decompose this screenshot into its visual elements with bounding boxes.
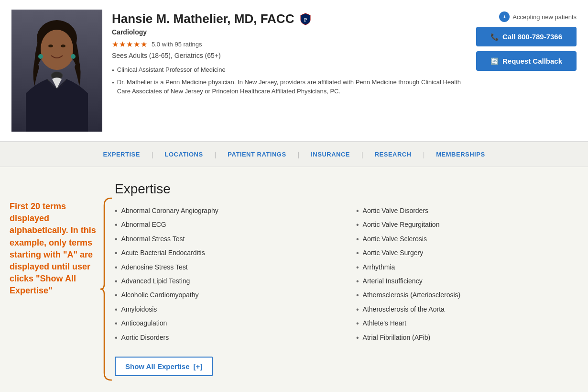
list-item: Abnormal ECG (115, 220, 337, 230)
svg-point-8 (71, 54, 76, 59)
nav-sep-5: | (421, 151, 427, 158)
svg-text:P: P (304, 17, 307, 22)
list-item: Abnormal Stress Test (115, 235, 337, 245)
page-wrapper: Hansie M. Mathelier, MD, FACC P Cardiolo… (0, 0, 588, 391)
profile-info: Hansie M. Mathelier, MD, FACC P Cardiolo… (112, 10, 462, 99)
tab-locations[interactable]: LOCATIONS (155, 142, 213, 167)
penn-shield-icon: P (299, 12, 312, 26)
nav-sep-4: | (359, 151, 365, 158)
callback-button[interactable]: 🔄 Request Callback (476, 51, 577, 71)
callback-icon: 🔄 (490, 57, 499, 65)
list-item: Acute Bacterial Endocarditis (115, 248, 337, 258)
rating-text: 5.0 with 95 ratings (152, 41, 202, 48)
list-item: Arterial Insufficiency (356, 277, 578, 287)
list-item: Anticoagulation (115, 319, 337, 329)
bullet-dot-2: ● (112, 80, 114, 86)
annotation-text: First 20 terms displayed alphabetically.… (10, 201, 105, 297)
bullet-list: ● Clinical Assistant Professor of Medici… (112, 65, 462, 96)
call-button[interactable]: 📞 Call 800-789-7366 (476, 27, 577, 46)
bullet-item-2: ● Dr. Mathelier is a Penn Medicine physi… (112, 78, 462, 96)
list-item: Aortic Valve Disorders (356, 206, 578, 216)
list-item: Arrhythmia (356, 263, 578, 273)
svg-point-6 (61, 45, 65, 47)
list-item: Aortic Disorders (115, 333, 337, 343)
sees-row: Sees Adults (18-65), Geriatrics (65+) (112, 52, 462, 59)
tab-insurance[interactable]: INSURANCE (301, 142, 359, 167)
svg-point-7 (38, 54, 43, 59)
profile-card: Hansie M. Mathelier, MD, FACC P Cardiolo… (0, 0, 588, 142)
bullet-item-1: ● Clinical Assistant Professor of Medici… (112, 65, 462, 75)
list-item: Atherosclerosis of the Aorta (356, 305, 578, 315)
list-item: Aortic Valve Regurgitation (356, 220, 578, 230)
list-item: Atherosclerosis (Arteriosclerosis) (356, 291, 578, 301)
list-item: Athlete's Heart (356, 319, 578, 329)
expertise-list-2: Aortic Valve Disorders Aortic Valve Regu… (356, 206, 578, 343)
tab-expertise[interactable]: EXPERTISE (93, 142, 149, 167)
tab-patient-ratings[interactable]: PATIENT RATINGS (218, 142, 295, 167)
list-item: Advanced Lipid Testing (115, 277, 337, 287)
expertise-col-1: Abnormal Coronary Angiography Abnormal E… (115, 206, 337, 347)
phone-icon: 📞 (490, 33, 499, 41)
expertise-title: Expertise (115, 181, 578, 197)
show-all-expertise-button[interactable]: Show All Expertise [+] (115, 357, 213, 376)
rating-row: ★★★★★ 5.0 with 95 ratings (112, 40, 462, 49)
nav-sep-3: | (296, 151, 302, 158)
tab-memberships[interactable]: MEMBERSHIPS (426, 142, 494, 167)
tab-research[interactable]: RESEARCH (365, 142, 421, 167)
profile-actions: + Accepting new patients 📞 Call 800-789-… (471, 10, 577, 71)
list-item: Aortic Valve Surgery (356, 248, 578, 258)
star-rating: ★★★★★ (112, 40, 148, 49)
nav-sep-1: | (150, 151, 155, 158)
svg-point-5 (48, 45, 53, 47)
list-item: Aortic Valve Sclerosis (356, 235, 578, 245)
list-item: Alcoholic Cardiomyopathy (115, 291, 337, 301)
list-item: Adenosine Stress Test (115, 263, 337, 273)
expertise-list-1: Abnormal Coronary Angiography Abnormal E… (115, 206, 337, 343)
list-item: Abnormal Coronary Angiography (115, 206, 337, 216)
annotation-sidebar: First 20 terms displayed alphabetically.… (10, 181, 105, 376)
svg-point-4 (41, 30, 73, 68)
list-item: Atrial Fibrillation (AFib) (356, 333, 578, 343)
accepting-badge: + Accepting new patients (499, 11, 577, 22)
main-content: First 20 terms displayed alphabetically.… (0, 167, 588, 391)
bullet-dot: ● (112, 67, 114, 73)
specialty: Cardiology (112, 28, 462, 36)
expertise-col-2: Aortic Valve Disorders Aortic Valve Regu… (356, 206, 578, 347)
accepting-text: Accepting new patients (512, 13, 577, 21)
doctor-photo (11, 10, 102, 132)
nav-sep-2: | (213, 151, 218, 158)
doctor-name: Hansie M. Mathelier, MD, FACC P (112, 11, 462, 26)
expertise-columns: Abnormal Coronary Angiography Abnormal E… (115, 206, 578, 347)
nav-tabs: EXPERTISE | LOCATIONS | PATIENT RATINGS … (0, 142, 588, 167)
list-item: Amyloidosis (115, 305, 337, 315)
expertise-section: Expertise Abnormal Coronary Angiography … (115, 181, 578, 376)
curly-brace-icon (99, 196, 114, 382)
accepting-icon: + (499, 11, 510, 22)
